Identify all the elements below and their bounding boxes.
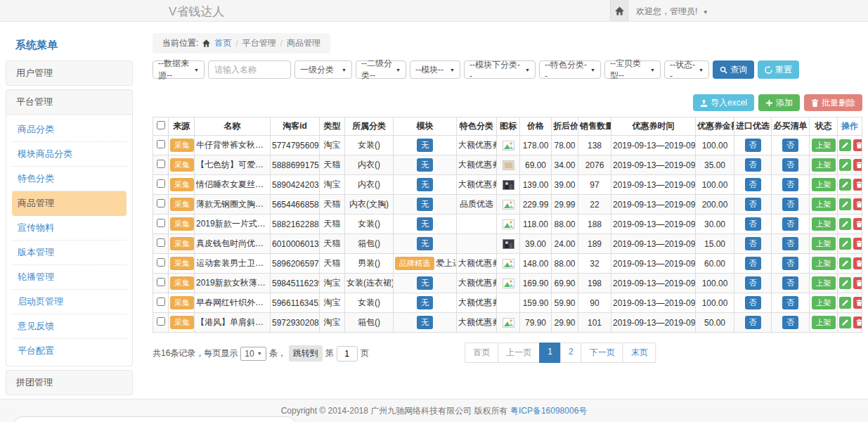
- page-button-下一页[interactable]: 下一页: [581, 343, 623, 363]
- row-checkbox[interactable]: [157, 238, 165, 247]
- edit-button[interactable]: [839, 297, 851, 309]
- row-checkbox[interactable]: [157, 179, 165, 188]
- status-badge[interactable]: 上架: [812, 276, 836, 290]
- delete-button[interactable]: [853, 159, 862, 171]
- delete-button[interactable]: [853, 218, 862, 230]
- status-badge[interactable]: 上架: [812, 139, 836, 152]
- filter-select-item-type[interactable]: --宝贝类型--▼: [604, 60, 661, 79]
- status-badge[interactable]: 上架: [812, 237, 836, 250]
- edit-button[interactable]: [839, 139, 851, 151]
- status-badge[interactable]: 上架: [812, 316, 836, 329]
- search-button[interactable]: 查询: [713, 60, 754, 79]
- row-checkbox[interactable]: [157, 258, 165, 267]
- status-badge[interactable]: 上架: [812, 217, 836, 231]
- status-badge[interactable]: 上架: [812, 158, 836, 172]
- import-badge[interactable]: 否: [745, 139, 761, 152]
- edit-button[interactable]: [839, 218, 851, 230]
- row-checkbox[interactable]: [157, 219, 165, 227]
- page-button-首页[interactable]: 首页: [465, 343, 498, 363]
- delete-button[interactable]: [853, 179, 862, 191]
- reset-button[interactable]: 重置: [758, 60, 799, 79]
- import-badge[interactable]: 否: [745, 158, 761, 172]
- status-badge[interactable]: 上架: [812, 198, 836, 211]
- edit-button[interactable]: [839, 198, 851, 210]
- icp-link[interactable]: 粤ICP备16098006号: [510, 405, 587, 417]
- status-badge[interactable]: 上架: [812, 178, 836, 191]
- jump-button[interactable]: 跳转到: [289, 345, 323, 362]
- user-menu[interactable]: 欢迎您，管理员! ▼: [636, 6, 708, 18]
- must-buy-badge[interactable]: 否: [782, 217, 798, 231]
- edit-button[interactable]: [839, 238, 851, 250]
- status-badge[interactable]: 上架: [812, 296, 836, 309]
- row-checkbox[interactable]: [157, 199, 165, 207]
- must-buy-badge[interactable]: 否: [782, 276, 798, 290]
- edit-button[interactable]: [839, 179, 851, 191]
- row-checkbox[interactable]: [157, 317, 165, 326]
- sidebar-subitem-平台配置[interactable]: 平台配置: [12, 339, 127, 363]
- per-page-select[interactable]: 10 ▼: [240, 347, 266, 361]
- filter-select-category-l1[interactable]: 一级分类▼: [294, 60, 352, 79]
- page-button-末页[interactable]: 末页: [623, 343, 656, 363]
- import-badge[interactable]: 否: [745, 276, 761, 290]
- edit-button[interactable]: [839, 316, 851, 328]
- filter-select-category-l2[interactable]: --二级分类--▼: [356, 60, 406, 79]
- edit-button[interactable]: [839, 257, 851, 269]
- must-buy-badge[interactable]: 否: [782, 237, 798, 250]
- must-buy-badge[interactable]: 否: [782, 316, 798, 329]
- delete-button[interactable]: [853, 198, 862, 210]
- delete-button[interactable]: [853, 238, 862, 250]
- sidebar-subitem-商品管理[interactable]: 商品管理: [12, 191, 127, 216]
- sidebar-subitem-商品分类[interactable]: 商品分类: [12, 117, 127, 142]
- sidebar-subitem-宣传物料[interactable]: 宣传物料: [12, 216, 127, 241]
- page-button-上一页[interactable]: 上一页: [498, 343, 540, 363]
- sidebar-item-拼团管理[interactable]: 拼团管理: [6, 370, 133, 395]
- import-badge[interactable]: 否: [745, 198, 761, 211]
- row-checkbox[interactable]: [157, 298, 165, 306]
- delete-button[interactable]: [853, 297, 862, 309]
- bulk-delete-button[interactable]: 批量删除: [804, 94, 862, 111]
- sidebar-subitem-特色分类[interactable]: 特色分类: [12, 167, 127, 191]
- name-search-input[interactable]: [208, 60, 291, 79]
- sidebar-subitem-意见反馈[interactable]: 意见反馈: [12, 314, 127, 339]
- must-buy-badge[interactable]: 否: [782, 158, 798, 172]
- import-badge[interactable]: 否: [745, 237, 761, 250]
- select-all-checkbox[interactable]: [157, 121, 165, 129]
- import-badge[interactable]: 否: [745, 316, 761, 329]
- page-button-1[interactable]: 1: [539, 343, 561, 363]
- import-badge[interactable]: 否: [745, 296, 761, 309]
- breadcrumb-home-link[interactable]: 首页: [214, 37, 231, 49]
- filter-select-module-sub[interactable]: --模块下分类--▼: [464, 60, 536, 79]
- filter-select-module[interactable]: --模块--▼: [410, 60, 460, 79]
- filter-select-status[interactable]: --状态--▼: [664, 60, 709, 79]
- sidebar-subitem-模块商品分类[interactable]: 模块商品分类: [12, 142, 127, 167]
- must-buy-badge[interactable]: 否: [782, 296, 798, 309]
- must-buy-badge[interactable]: 否: [782, 257, 798, 270]
- home-button[interactable]: [610, 0, 628, 21]
- edit-button[interactable]: [839, 159, 851, 171]
- delete-button[interactable]: [853, 139, 862, 151]
- row-checkbox[interactable]: [157, 140, 165, 148]
- sidebar-subitem-轮播管理[interactable]: 轮播管理: [12, 265, 127, 290]
- sidebar-item-平台管理[interactable]: 平台管理: [6, 89, 133, 115]
- row-checkbox[interactable]: [157, 278, 165, 286]
- status-badge[interactable]: 上架: [812, 257, 836, 270]
- delete-button[interactable]: [853, 277, 862, 289]
- page-button-2[interactable]: 2: [560, 343, 582, 363]
- sidebar-subitem-版本管理[interactable]: 版本管理: [12, 241, 127, 265]
- add-button[interactable]: 添加: [758, 94, 800, 111]
- sidebar-subitem-启动页管理[interactable]: 启动页管理: [12, 290, 127, 314]
- sidebar-item-用户管理[interactable]: 用户管理: [6, 60, 133, 86]
- must-buy-badge[interactable]: 否: [782, 139, 798, 152]
- filter-select-special[interactable]: --特色分类--▼: [539, 60, 601, 79]
- page-number-input[interactable]: [337, 346, 358, 362]
- import-badge[interactable]: 否: [745, 178, 761, 191]
- edit-button[interactable]: [839, 277, 851, 289]
- must-buy-badge[interactable]: 否: [782, 178, 798, 191]
- filter-select-data-source[interactable]: --数据来源--▼: [153, 60, 205, 79]
- delete-button[interactable]: [853, 316, 862, 328]
- row-checkbox[interactable]: [157, 160, 165, 168]
- must-buy-badge[interactable]: 否: [782, 198, 798, 211]
- import-badge[interactable]: 否: [745, 217, 761, 231]
- import-excel-button[interactable]: 导入excel: [693, 94, 754, 111]
- import-badge[interactable]: 否: [745, 257, 761, 270]
